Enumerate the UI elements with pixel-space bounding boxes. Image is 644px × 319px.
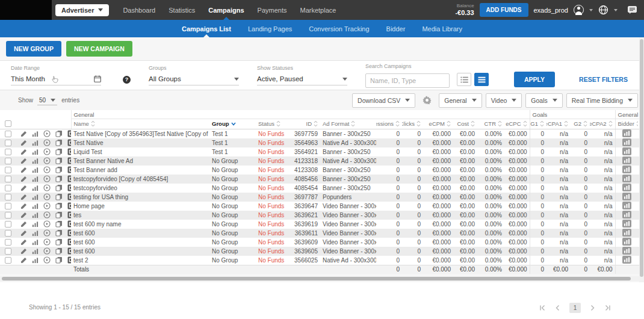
add-funds-button[interactable]: ADD FUNDS — [480, 3, 528, 17]
next-page-button[interactable] — [589, 305, 596, 311]
first-page-button[interactable] — [539, 305, 546, 311]
new-campaign-button[interactable]: NEW CAMPAIGN — [66, 41, 132, 57]
row-checkbox[interactable] — [5, 158, 11, 164]
preview-icon[interactable] — [43, 184, 51, 191]
edit-icon[interactable] — [20, 185, 27, 191]
column-header-cost[interactable]: Cost — [453, 119, 477, 129]
column-header-ecpc[interactable]: eCPC — [504, 119, 530, 129]
preview-icon[interactable] — [43, 139, 51, 146]
statistics-icon[interactable] — [32, 176, 39, 182]
bar-chart-icon[interactable] — [622, 175, 631, 182]
media-icon[interactable] — [67, 202, 71, 209]
columns-video-dropdown[interactable]: Video — [486, 93, 522, 108]
bar-chart-icon[interactable] — [622, 211, 631, 218]
column-header-ecpa2[interactable]: eCPA2 — [590, 119, 615, 129]
nav-item-statistics[interactable]: Statistics — [162, 0, 202, 20]
duplicate-icon[interactable] — [55, 211, 63, 218]
compact-view-toggle[interactable] — [474, 73, 489, 86]
preview-icon[interactable] — [43, 175, 51, 182]
nav-item-dashboard[interactable]: Dashboard — [116, 0, 162, 20]
reset-filters-link[interactable]: RESET FILTERS — [579, 76, 628, 83]
globe-icon[interactable] — [598, 5, 608, 15]
bar-chart-icon[interactable] — [622, 138, 631, 146]
subnav-item-bidder[interactable]: Bidder — [379, 20, 413, 37]
edit-icon[interactable] — [20, 167, 27, 173]
columns-goals-dropdown[interactable]: Goals — [525, 93, 562, 108]
row-checkbox[interactable] — [5, 149, 11, 155]
media-icon[interactable] — [67, 148, 71, 155]
column-header-ecpa1[interactable]: eCPA1 — [546, 119, 571, 129]
previous-page-button[interactable] — [554, 305, 561, 311]
subnav-item-media-library[interactable]: Media Library — [415, 20, 469, 37]
statistics-icon[interactable] — [32, 194, 39, 200]
duplicate-icon[interactable] — [55, 202, 63, 209]
row-checkbox[interactable] — [5, 167, 11, 173]
chevron-down-icon[interactable] — [589, 9, 593, 11]
select-all-checkbox[interactable] — [5, 120, 11, 127]
column-header-ad_format[interactable]: Ad Format — [320, 119, 376, 129]
statistics-icon[interactable] — [32, 140, 39, 146]
column-header-bidder[interactable]: Bidder — [615, 119, 638, 129]
column-header-g1[interactable]: G1 — [530, 119, 546, 129]
bar-chart-icon[interactable] — [622, 220, 631, 228]
gear-icon[interactable] — [423, 96, 432, 105]
column-header-clicks[interactable]: Clicks — [402, 119, 423, 129]
media-icon[interactable] — [67, 166, 71, 173]
edit-icon[interactable] — [20, 221, 27, 228]
bar-chart-icon[interactable] — [622, 129, 631, 137]
row-checkbox[interactable] — [5, 131, 11, 137]
duplicate-icon[interactable] — [55, 184, 63, 191]
media-icon[interactable] — [67, 184, 71, 191]
duplicate-icon[interactable] — [55, 229, 63, 237]
row-checkbox[interactable] — [5, 203, 11, 209]
duplicate-icon[interactable] — [55, 130, 63, 137]
last-page-button[interactable] — [604, 305, 611, 311]
role-selector-dropdown[interactable]: Advertiser — [55, 4, 109, 16]
edit-icon[interactable] — [20, 176, 27, 182]
nav-item-payments[interactable]: Payments — [251, 0, 294, 20]
subnav-item-conversion-tracking[interactable]: Conversion Tracking — [302, 20, 376, 37]
preview-icon[interactable] — [43, 148, 51, 155]
row-checkbox[interactable] — [5, 185, 11, 191]
bar-chart-icon[interactable] — [622, 202, 631, 209]
columns-general-dropdown[interactable]: General — [439, 93, 481, 108]
preview-icon[interactable] — [43, 220, 51, 228]
media-icon[interactable] — [67, 157, 71, 164]
row-checkbox[interactable] — [5, 230, 11, 237]
row-checkbox[interactable] — [5, 221, 11, 228]
column-header-group[interactable]: Group — [209, 119, 256, 129]
preview-icon[interactable] — [43, 193, 51, 200]
statistics-icon[interactable] — [32, 257, 39, 264]
preview-icon[interactable] — [43, 211, 51, 218]
bar-chart-icon[interactable] — [622, 238, 631, 246]
user-avatar-icon[interactable] — [574, 5, 584, 15]
statistics-icon[interactable] — [32, 212, 39, 218]
edit-icon[interactable] — [20, 131, 27, 137]
row-checkbox[interactable] — [5, 248, 11, 255]
groups-filter-dropdown[interactable]: Groups All Groups — [149, 65, 239, 85]
preview-icon[interactable] — [43, 157, 51, 164]
bar-chart-icon[interactable] — [622, 166, 631, 173]
statistics-icon[interactable] — [32, 239, 39, 246]
row-checkbox[interactable] — [5, 239, 11, 246]
subnav-item-landing-pages[interactable]: Landing Pages — [241, 20, 299, 37]
duplicate-icon[interactable] — [55, 139, 63, 146]
duplicate-icon[interactable] — [55, 175, 63, 182]
bar-chart-icon[interactable] — [622, 147, 631, 155]
search-input[interactable] — [365, 73, 450, 88]
bar-chart-icon[interactable] — [622, 156, 631, 164]
bar-chart-icon[interactable] — [622, 193, 631, 200]
subnav-item-campaigns-list[interactable]: Campaigns List — [175, 20, 238, 37]
chat-icon[interactable] — [628, 6, 637, 14]
duplicate-icon[interactable] — [55, 256, 63, 264]
media-icon[interactable] — [67, 211, 71, 218]
preview-icon[interactable] — [43, 256, 51, 264]
preview-icon[interactable] — [43, 238, 51, 246]
bar-chart-icon[interactable] — [622, 184, 631, 191]
media-icon[interactable] — [67, 256, 71, 264]
current-page-button[interactable]: 1 — [569, 303, 581, 313]
row-checkbox[interactable] — [5, 257, 11, 264]
statistics-icon[interactable] — [32, 158, 39, 164]
detailed-view-toggle[interactable] — [457, 73, 471, 86]
nav-item-campaigns[interactable]: Campaigns — [202, 0, 250, 20]
